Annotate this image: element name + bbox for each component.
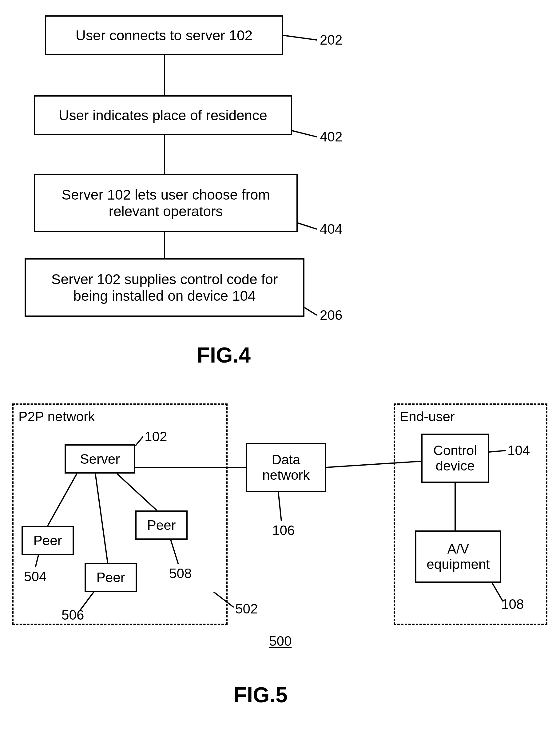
svg-line-14 xyxy=(278,492,281,521)
flow-step-1: User connects to server 102 xyxy=(45,15,283,55)
data-network-text: Data network xyxy=(250,452,322,483)
flow-step-3: Server 102 lets user choose from relevan… xyxy=(34,174,298,232)
ref-502: 502 xyxy=(235,601,258,616)
flow-step-4-text: Server 102 supplies control code for bei… xyxy=(35,271,294,304)
flow-step-3-text: Server 102 lets user choose from relevan… xyxy=(44,186,287,220)
flow-step-4: Server 102 supplies control code for bei… xyxy=(25,258,304,317)
fig5-caption: FIG.5 xyxy=(234,683,287,707)
flow-step-2: User indicates place of residence xyxy=(34,95,292,135)
ref-202: 202 xyxy=(320,32,342,48)
ref-504: 504 xyxy=(24,569,46,584)
svg-line-6 xyxy=(304,307,317,315)
control-device-box: Control device xyxy=(421,433,489,483)
ref-500: 500 xyxy=(269,633,292,649)
ref-104: 104 xyxy=(507,443,530,458)
ref-404: 404 xyxy=(320,221,342,237)
ref-508: 508 xyxy=(169,566,192,581)
ref-402: 402 xyxy=(320,129,342,144)
ref-506: 506 xyxy=(61,607,84,623)
ref-206: 206 xyxy=(320,307,342,323)
ref-102: 102 xyxy=(144,429,167,444)
control-device-text: Control device xyxy=(426,443,485,473)
data-network-box: Data network xyxy=(246,443,326,492)
server-box: Server xyxy=(65,444,135,473)
flow-step-2-text: User indicates place of residence xyxy=(59,107,267,124)
svg-line-4 xyxy=(292,131,317,137)
av-equipment-text: A/V equipment xyxy=(419,541,497,572)
server-text: Server xyxy=(80,451,120,467)
peer-508-text: Peer xyxy=(147,518,176,533)
av-equipment-box: A/V equipment xyxy=(415,530,501,583)
peer-box-506: Peer xyxy=(84,563,137,592)
ref-106: 106 xyxy=(272,523,295,538)
peer-506-text: Peer xyxy=(97,570,125,585)
peer-box-504: Peer xyxy=(22,526,74,555)
fig4-caption: FIG.4 xyxy=(197,343,251,367)
end-user-title: End-user xyxy=(400,409,455,424)
peer-504-text: Peer xyxy=(34,533,62,548)
svg-line-5 xyxy=(298,223,317,229)
flow-step-1-text: User connects to server 102 xyxy=(76,27,253,44)
svg-line-3 xyxy=(283,35,317,40)
peer-box-508: Peer xyxy=(135,510,187,540)
p2p-network-title: P2P network xyxy=(18,409,95,424)
ref-108: 108 xyxy=(501,596,524,612)
